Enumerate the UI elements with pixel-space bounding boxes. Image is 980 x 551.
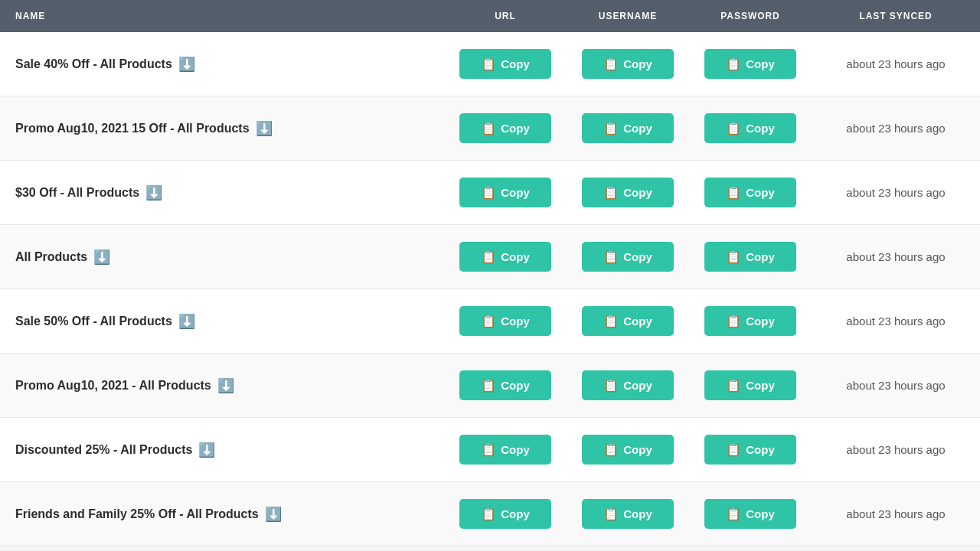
password-copy-label: Copy [746,250,775,263]
url-copy-cell: 📋 Copy [444,225,567,289]
url-copy-button[interactable]: 📋 Copy [459,113,551,143]
password-copy-cell: 📋 Copy [689,418,812,482]
username-copy-button[interactable]: 📋 Copy [582,306,674,336]
credentials-table-container: NAME URL USERNAME PASSWORD LAST SYNCED S… [0,0,980,546]
username-copy-cell: 📋 Copy [567,32,689,96]
username-copy-button[interactable]: 📋 Copy [582,113,674,143]
password-copy-button[interactable]: 📋 Copy [704,499,796,529]
password-copy-button[interactable]: 📋 Copy [704,113,796,143]
username-copy-cell: 📋 Copy [567,482,689,546]
copy-icon: 📋 [726,507,741,521]
download-icon: ⬇️ [178,313,195,330]
username-copy-cell: 📋 Copy [567,418,689,482]
username-copy-cell: 📋 Copy [567,354,689,418]
row-name-text: Discounted 25% - All Products [15,443,192,457]
last-synced-cell: about 23 hours ago [812,96,980,161]
password-copy-label: Copy [746,443,775,456]
username-copy-button[interactable]: 📋 Copy [582,435,674,465]
url-copy-button[interactable]: 📋 Copy [459,306,551,336]
table-header-row: NAME URL USERNAME PASSWORD LAST SYNCED [0,0,980,32]
copy-icon: 📋 [726,314,741,328]
username-copy-button[interactable]: 📋 Copy [582,499,674,529]
last-synced-text: about 23 hours ago [827,122,965,135]
password-copy-button[interactable]: 📋 Copy [704,435,796,465]
username-copy-label: Copy [623,379,652,392]
username-copy-cell: 📋 Copy [567,225,689,289]
username-copy-cell: 📋 Copy [567,289,689,354]
name-cell: Discounted 25% - All Products ⬇️ [0,418,444,482]
col-header-password: PASSWORD [689,0,812,32]
username-copy-button[interactable]: 📋 Copy [582,178,674,207]
url-copy-button[interactable]: 📋 Copy [459,178,551,207]
last-synced-text: about 23 hours ago [827,443,965,456]
username-copy-label: Copy [623,250,652,263]
url-copy-label: Copy [501,186,530,199]
name-cell: $30 Off - All Products ⬇️ [0,161,444,225]
copy-icon: 📋 [603,507,619,521]
url-copy-button[interactable]: 📋 Copy [459,499,551,529]
password-copy-button[interactable]: 📋 Copy [704,370,796,400]
copy-icon: 📋 [726,185,741,200]
table-row: Sale 40% Off - All Products ⬇️ 📋 Copy 📋 … [0,32,980,96]
table-row: Discounted 25% - All Products ⬇️ 📋 Copy … [0,418,980,482]
copy-icon: 📋 [603,185,619,200]
url-copy-label: Copy [501,250,530,263]
password-copy-label: Copy [746,57,775,70]
url-copy-button[interactable]: 📋 Copy [459,370,551,400]
password-copy-cell: 📋 Copy [689,225,812,289]
row-name-text: Promo Aug10, 2021 15 Off - All Products [15,122,250,135]
copy-icon: 📋 [726,57,741,71]
url-copy-cell: 📋 Copy [444,418,567,482]
url-copy-label: Copy [501,122,530,135]
username-copy-label: Copy [623,57,652,70]
last-synced-text: about 23 hours ago [827,507,965,520]
password-copy-cell: 📋 Copy [689,96,812,161]
copy-icon: 📋 [603,121,619,135]
name-cell: Promo Aug10, 2021 - All Products ⬇️ [0,354,444,418]
download-icon: ⬇️ [198,442,215,458]
username-copy-button[interactable]: 📋 Copy [582,370,674,400]
last-synced-cell: about 23 hours ago [812,161,980,225]
col-header-lastsynced: LAST SYNCED [812,0,980,32]
url-copy-button[interactable]: 📋 Copy [459,435,551,465]
copy-icon: 📋 [726,249,741,264]
username-copy-label: Copy [623,443,652,456]
download-icon: ⬇️ [178,56,195,73]
copy-icon: 📋 [603,314,619,328]
username-copy-button[interactable]: 📋 Copy [582,242,674,272]
password-copy-cell: 📋 Copy [689,482,812,546]
table-row: Promo Aug10, 2021 - All Products ⬇️ 📋 Co… [0,354,980,418]
password-copy-button[interactable]: 📋 Copy [704,306,796,336]
password-copy-label: Copy [746,507,775,520]
url-copy-label: Copy [501,507,530,520]
copy-icon: 📋 [481,185,496,200]
password-copy-cell: 📋 Copy [689,161,812,225]
password-copy-cell: 📋 Copy [689,289,812,354]
password-copy-cell: 📋 Copy [689,354,812,418]
url-copy-cell: 📋 Copy [444,32,567,96]
username-copy-label: Copy [623,507,652,520]
url-copy-label: Copy [501,379,530,392]
col-header-url: URL [444,0,567,32]
copy-icon: 📋 [603,378,619,393]
name-cell: Sale 50% Off - All Products ⬇️ [0,289,444,354]
url-copy-button[interactable]: 📋 Copy [459,242,551,272]
url-copy-button[interactable]: 📋 Copy [459,49,551,79]
last-synced-text: about 23 hours ago [827,57,965,70]
url-copy-cell: 📋 Copy [444,354,567,418]
row-name-text: Sale 40% Off - All Products [15,57,172,71]
password-copy-label: Copy [746,186,775,199]
password-copy-label: Copy [746,379,775,392]
password-copy-cell: 📋 Copy [689,32,812,96]
copy-icon: 📋 [481,57,496,71]
copy-icon: 📋 [481,507,496,521]
password-copy-button[interactable]: 📋 Copy [704,178,796,207]
password-copy-label: Copy [746,122,775,135]
password-copy-button[interactable]: 📋 Copy [704,49,796,79]
name-cell: Friends and Family 25% Off - All Product… [0,482,444,546]
last-synced-text: about 23 hours ago [827,379,965,392]
username-copy-button[interactable]: 📋 Copy [582,49,674,79]
password-copy-button[interactable]: 📋 Copy [704,242,796,272]
table-row: $30 Off - All Products ⬇️ 📋 Copy 📋 Copy … [0,161,980,225]
url-copy-label: Copy [501,57,530,70]
